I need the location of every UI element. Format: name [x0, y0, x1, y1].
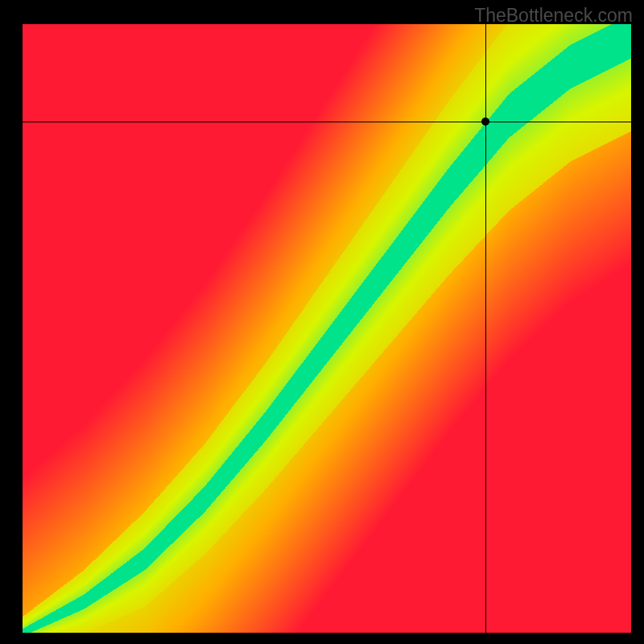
crosshair-point	[481, 118, 489, 126]
heatmap-chart	[23, 24, 631, 633]
heatmap-canvas	[23, 24, 631, 633]
crosshair-horizontal	[23, 122, 631, 122]
watermark-text: TheBottleneck.com	[474, 5, 633, 27]
crosshair-vertical	[485, 24, 486, 633]
